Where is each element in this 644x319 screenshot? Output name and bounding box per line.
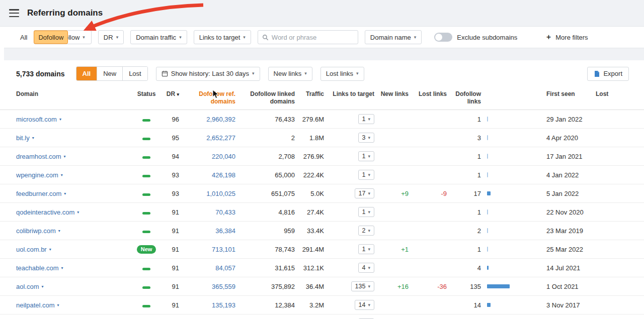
- dofollow-ref-domains-link[interactable]: 1,010,025: [206, 190, 235, 197]
- dofollow-ref-domains-link[interactable]: 135,193: [212, 301, 235, 309]
- dofollow-highlight-button[interactable]: Dofollow: [34, 31, 68, 44]
- chevron-down-icon[interactable]: ▾: [57, 303, 59, 307]
- more-filters-button[interactable]: ＋ More filters: [545, 33, 588, 42]
- chevron-down-icon[interactable]: ▾: [61, 173, 63, 177]
- links-to-target-value: 1: [362, 208, 366, 216]
- domain-link[interactable]: microsoft.com: [16, 116, 57, 123]
- dofollow-linked-domains-value: 76,433: [235, 116, 295, 123]
- status-badge: [142, 175, 150, 177]
- lost-links-dropdown[interactable]: Lost links ▾: [320, 67, 364, 81]
- dr-value: 94: [161, 153, 179, 160]
- referring-domains-table: Domain Status DR ▾ Dofollow ref. domains…: [0, 86, 644, 319]
- segment-new[interactable]: New: [97, 67, 122, 80]
- first-seen-value: 4 Apr 2020: [536, 134, 592, 142]
- col-first-seen[interactable]: First seen: [536, 90, 592, 98]
- dofollow-ref-domains-link[interactable]: 70,433: [215, 208, 235, 216]
- chevron-down-icon: ▾: [414, 35, 417, 40]
- export-icon: [594, 70, 600, 77]
- links-to-target-filter-dropdown[interactable]: Links to target ▾: [194, 30, 251, 44]
- main-content: 5,733 domains All New Lost Show history:…: [0, 60, 644, 319]
- chevron-down-icon[interactable]: ▾: [64, 154, 66, 159]
- exclude-subdomains-toggle[interactable]: [434, 33, 452, 42]
- col-links-to-target[interactable]: Links to target: [324, 90, 374, 98]
- col-lost[interactable]: Lost: [592, 90, 630, 98]
- dofollow-ref-domains-link[interactable]: 365,559: [212, 283, 235, 290]
- sidebar-edge: [0, 45, 4, 66]
- col-dr[interactable]: DR ▾: [161, 90, 179, 98]
- dofollow-ref-domains-link[interactable]: 36,384: [215, 227, 235, 235]
- dr-value: 91: [161, 208, 179, 216]
- domain-link[interactable]: qodeinteractive.com: [16, 208, 74, 216]
- links-to-target-dropdown[interactable]: 135 ▾: [351, 281, 374, 291]
- traffic-value: 5.0K: [295, 190, 324, 197]
- dofollow-links-value: 2: [447, 227, 481, 235]
- status-badge: [142, 138, 150, 140]
- links-to-target-dropdown[interactable]: 1 ▾: [358, 244, 374, 254]
- menu-icon[interactable]: [9, 9, 19, 17]
- links-to-target-dropdown[interactable]: 2 ▾: [358, 226, 374, 236]
- traffic-value: 33.4K: [295, 227, 324, 235]
- domain-traffic-filter-dropdown[interactable]: Domain traffic ▾: [130, 30, 187, 44]
- chevron-down-icon[interactable]: ▾: [77, 210, 79, 215]
- col-lost-links[interactable]: Lost links: [409, 90, 447, 98]
- dofollow-ref-domains-link[interactable]: 2,652,277: [206, 134, 235, 142]
- links-to-target-dropdown[interactable]: 1 ▾: [358, 207, 374, 217]
- chevron-down-icon[interactable]: ▾: [42, 284, 44, 289]
- dr-filter-dropdown[interactable]: DR ▾: [98, 30, 124, 44]
- links-to-target-value: 1: [362, 171, 366, 178]
- links-to-target-dropdown[interactable]: 1 ▾: [358, 114, 374, 124]
- dofollow-links-sparkbar: [487, 266, 489, 270]
- dofollow-filter-combo: Dofollow ▾ Dofollow: [34, 30, 91, 44]
- col-new-links[interactable]: New links: [374, 90, 409, 98]
- domain-link[interactable]: aol.com: [16, 283, 39, 290]
- chevron-down-icon: ▾: [368, 173, 370, 177]
- chevron-down-icon[interactable]: ▾: [64, 191, 66, 196]
- new-links-dropdown[interactable]: New links ▾: [268, 67, 312, 81]
- col-dofollow-ref-domains[interactable]: Dofollow ref. domains: [179, 90, 235, 105]
- domain-link[interactable]: bit.ly: [16, 134, 30, 142]
- col-dofollow-linked-domains[interactable]: Dofollow linked domains: [235, 90, 295, 105]
- links-to-target-dropdown[interactable]: 1 ▾: [358, 151, 374, 161]
- domain-link[interactable]: dreamhost.com: [16, 153, 61, 160]
- chevron-down-icon: ▾: [252, 71, 255, 76]
- domain-link[interactable]: uol.com.br: [16, 246, 47, 253]
- dofollow-ref-domains-link[interactable]: 426,198: [212, 171, 235, 179]
- col-dofollow-links[interactable]: Dofollow links: [447, 90, 481, 105]
- chevron-down-icon[interactable]: ▾: [61, 266, 63, 270]
- dofollow-links-sparkbar: [487, 172, 488, 177]
- col-domain[interactable]: Domain: [16, 90, 132, 98]
- chevron-down-icon[interactable]: ▾: [58, 229, 60, 233]
- export-button[interactable]: Export: [587, 67, 629, 81]
- domain-link[interactable]: feedburner.com: [16, 190, 61, 197]
- domain-link[interactable]: neilpatel.com: [16, 301, 55, 309]
- dofollow-links-value: 4: [447, 264, 481, 272]
- domain-link[interactable]: teachable.com: [16, 264, 59, 272]
- col-traffic[interactable]: Traffic: [295, 90, 324, 98]
- domain-link[interactable]: wpengine.com: [16, 171, 58, 179]
- chevron-down-icon[interactable]: ▾: [32, 136, 34, 140]
- filter-all-button[interactable]: All: [20, 34, 27, 41]
- first-seen-value: 22 Nov 2020: [536, 208, 592, 216]
- links-to-target-dropdown[interactable]: 17 ▾: [355, 188, 374, 198]
- col-status[interactable]: Status: [132, 90, 161, 98]
- dofollow-links-sparkbar: [487, 154, 488, 159]
- dofollow-linked-domains-value: 78,743: [235, 246, 295, 253]
- links-to-target-dropdown[interactable]: 14 ▾: [355, 300, 374, 310]
- links-to-target-dropdown[interactable]: 1 ▾: [358, 170, 374, 180]
- links-to-target-dropdown[interactable]: 3 ▾: [358, 133, 374, 143]
- chevron-down-icon[interactable]: ▾: [49, 247, 51, 252]
- search-input[interactable]: [272, 34, 354, 41]
- links-to-target-dropdown[interactable]: 4 ▾: [358, 263, 374, 273]
- dofollow-links-value: 1: [447, 153, 481, 160]
- domain-link[interactable]: colibriwp.com: [16, 227, 56, 235]
- domain-traffic-filter-label: Domain traffic: [136, 34, 176, 41]
- dofollow-ref-domains-link[interactable]: 2,960,392: [206, 116, 235, 123]
- dofollow-ref-domains-link[interactable]: 84,057: [215, 264, 235, 272]
- dofollow-ref-domains-link[interactable]: 220,040: [212, 153, 235, 160]
- show-history-dropdown[interactable]: Show history: Last 30 days ▾: [156, 67, 260, 81]
- segment-lost[interactable]: Lost: [122, 67, 147, 80]
- domain-name-filter-dropdown[interactable]: Domain name ▾: [365, 30, 422, 44]
- segment-all[interactable]: All: [76, 67, 97, 80]
- chevron-down-icon[interactable]: ▾: [59, 117, 61, 122]
- dofollow-ref-domains-link[interactable]: 713,101: [212, 246, 235, 253]
